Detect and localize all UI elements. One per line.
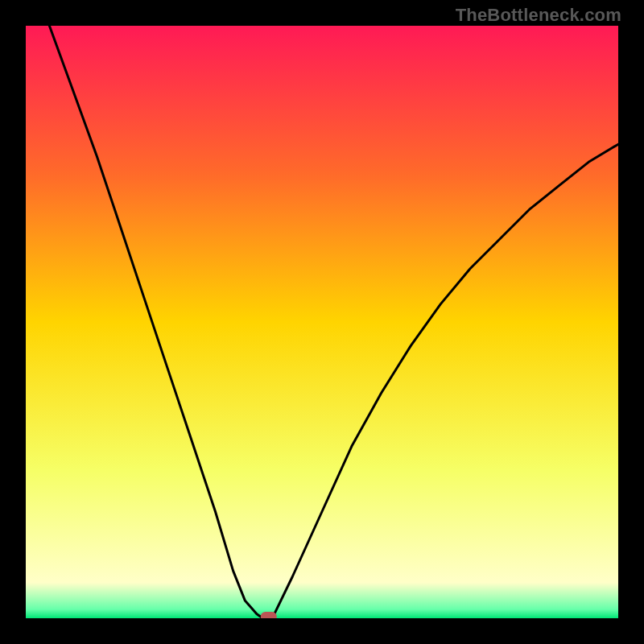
- watermark-text: TheBottleneck.com: [456, 5, 621, 26]
- plot-area: [26, 26, 618, 618]
- minimum-marker: [261, 612, 277, 618]
- chart-svg: [26, 26, 618, 618]
- frame: TheBottleneck.com: [0, 0, 644, 644]
- gradient-background: [26, 26, 618, 618]
